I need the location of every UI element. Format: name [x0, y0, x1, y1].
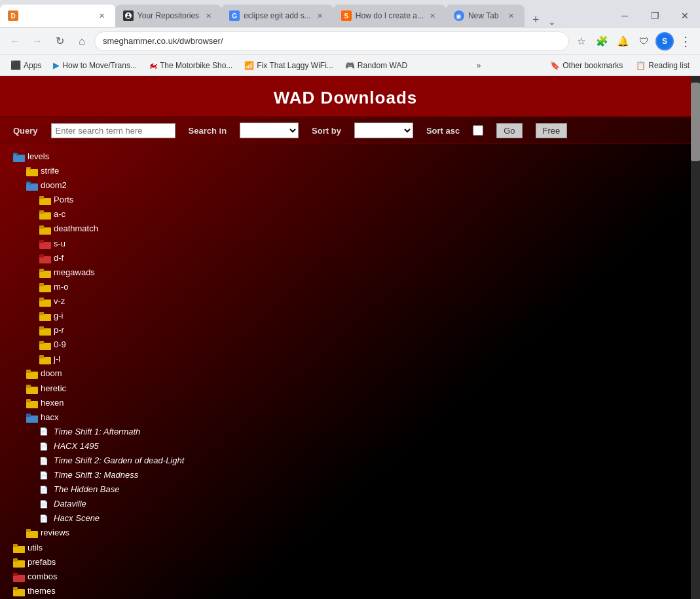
tree-item-deathmatch[interactable]: deathmatch [13, 222, 678, 236]
tab-howdo[interactable]: S How do I create a... ✕ [333, 5, 446, 27]
bookmark-star-icon[interactable]: ☆ [572, 32, 590, 50]
tree-item-hacx-file3[interactable]: 📄 Time Shift 2: Garden of dead-Light [13, 454, 678, 468]
tree-item-prefabs[interactable]: prefabs [13, 555, 678, 570]
tree-item-ports[interactable]: Ports [13, 193, 678, 207]
search-in-select[interactable] [240, 123, 299, 138]
tree-item-hacx-file5[interactable]: 📄 The Hidden Base [13, 482, 678, 497]
close-button[interactable]: ✕ [670, 5, 700, 27]
minimize-button[interactable]: ─ [610, 5, 640, 27]
tab-close-dw[interactable]: ✕ [97, 10, 107, 21]
tab-close-eclipse[interactable]: ✕ [315, 10, 325, 21]
randomwad-favicon: 🎮 [345, 61, 355, 70]
file-icon-7: 📄 [39, 512, 51, 525]
tab-eclipse[interactable]: G eclipse egit add s... ✕ [221, 5, 333, 27]
tree-item-pr[interactable]: p-r [13, 323, 678, 338]
bookmark-randomwad[interactable]: 🎮 Random WAD [340, 59, 413, 72]
file-label-1: Time Shift 1: Aftermath [54, 425, 140, 439]
restore-button[interactable]: ❐ [640, 5, 670, 27]
tab-overflow-button[interactable]: ⌄ [544, 16, 560, 27]
tree-item-reviews[interactable]: reviews [13, 526, 678, 540]
bookmark-fixthat[interactable]: 📶 Fix That Laggy WiFi... [239, 59, 338, 72]
sort-by-select[interactable] [354, 123, 413, 138]
tree-label-vz: v-z [54, 294, 65, 309]
other-bookmarks[interactable]: 🔖 Other bookmarks [545, 59, 628, 72]
tab-close-newtab[interactable]: ✕ [506, 10, 517, 21]
bookmark-apps[interactable]: ⬛ Apps [5, 58, 46, 72]
svg-rect-17 [39, 240, 44, 243]
reload-button[interactable]: ↻ [50, 31, 69, 51]
tree-label-combos: combos [28, 570, 58, 584]
bookmark-howto[interactable]: ▶ How to Move/Trans... [48, 58, 142, 72]
tab-close-repos[interactable]: ✕ [203, 10, 213, 21]
new-tab-button[interactable]: + [527, 13, 545, 27]
svg-rect-15 [39, 225, 44, 229]
tree-item-df[interactable]: d-f [13, 251, 678, 265]
chrome-menu-button[interactable]: ⋮ [676, 32, 695, 50]
tree-item-gi[interactable]: g-i [13, 309, 678, 323]
tab-repos[interactable]: Your Repositories ✕ [115, 5, 221, 27]
notifications-icon[interactable]: 🔔 [614, 32, 632, 50]
tab-close-howdo[interactable]: ✕ [428, 10, 438, 21]
tree-item-ac[interactable]: a-c [13, 207, 678, 222]
tree-item-mo[interactable]: m-o [13, 280, 678, 294]
adblock-icon[interactable]: 🛡 [635, 32, 653, 50]
home-button[interactable]: ⌂ [72, 31, 92, 51]
file-label-7: Hacx Scene [54, 511, 100, 526]
tree-item-utils[interactable]: utils [13, 541, 678, 555]
tree-label-ports: Ports [54, 193, 73, 207]
sort-asc-checkbox[interactable] [473, 125, 483, 136]
bookmark-motorbike-label: The Motorbike Sho... [160, 61, 232, 70]
bookmarks-more-button[interactable]: » [473, 59, 485, 72]
folder-icon-heretic [26, 384, 38, 393]
tree-item-hacx-file2[interactable]: 📄 HACX 1495 [13, 439, 678, 454]
folder-icon-deathmatch [39, 225, 51, 234]
tree-item-doom[interactable]: doom [13, 366, 678, 381]
tree-item-hacx-file6[interactable]: 📄 Dataville [13, 497, 678, 511]
reading-list[interactable]: 📋 Reading list [631, 59, 695, 72]
tree-label-megawads: megawads [54, 265, 95, 280]
tree-item-vz[interactable]: v-z [13, 294, 678, 309]
folder-icon-hacx [26, 413, 38, 422]
bookmark-fixthat-label: Fix That Laggy WiFi... [257, 61, 333, 70]
tree-item-levels[interactable]: levels [13, 149, 678, 164]
url-input[interactable] [94, 31, 569, 51]
svg-rect-9 [27, 183, 29, 185]
forward-button[interactable]: → [28, 31, 47, 51]
tree-item-hacx-file4[interactable]: 📄 Time Shift 3: Madness [13, 468, 678, 482]
free-button[interactable]: Free [536, 123, 568, 138]
browser-window: D DW REST API bro... ✕ Your Repositories… [0, 0, 700, 599]
tree-item-09[interactable]: 0-9 [13, 338, 678, 352]
tree-item-strife[interactable]: strife [13, 164, 678, 178]
tree-item-jl[interactable]: j-l [13, 352, 678, 366]
search-input[interactable] [51, 123, 175, 138]
tree-label-doom: doom [41, 366, 62, 381]
tree-item-megawads[interactable]: megawads [13, 265, 678, 280]
tree-label-reviews: reviews [41, 526, 69, 540]
tree-item-hacx[interactable]: hacx [13, 410, 678, 425]
tree-item-hacx-file7[interactable]: 📄 Hacx Scene [13, 511, 678, 526]
tree-item-combos[interactable]: combos [13, 570, 678, 584]
svg-rect-3 [14, 154, 16, 156]
file-label-4: Time Shift 3: Madness [54, 468, 138, 482]
folder-icon-mo [39, 282, 51, 292]
tree-item-su[interactable]: s-u [13, 237, 678, 251]
scrollbar-thumb[interactable] [691, 83, 700, 161]
tree-item-hacx-file1[interactable]: 📄 Time Shift 1: Aftermath [13, 425, 678, 439]
tree-item-doom2[interactable]: doom2 [13, 178, 678, 193]
go-button[interactable]: Go [496, 123, 522, 138]
tree-item-heretic[interactable]: heretic [13, 381, 678, 396]
back-button[interactable]: ← [5, 31, 25, 51]
search-in-label: Search in [189, 126, 227, 136]
bookmark-motorbike[interactable]: 🏍 The Motorbike Sho... [143, 58, 238, 72]
window-controls: ─ ❐ ✕ [610, 5, 700, 27]
tab-dw-rest[interactable]: D DW REST API bro... ✕ [0, 5, 115, 27]
address-bar: ← → ↻ ⌂ ☆ 🧩 🔔 🛡 S ⋮ [0, 28, 700, 55]
tree-item-hexen[interactable]: hexen [13, 396, 678, 410]
scrollbar[interactable] [691, 76, 700, 599]
tab-newtab[interactable]: ◉ New Tab ✕ [446, 5, 525, 27]
page-content: WAD Downloads Query Search in Sort by So… [0, 76, 691, 599]
profile-avatar[interactable]: S [655, 32, 674, 50]
tab-label-howdo: How do I create a... [356, 11, 424, 20]
tree-item-themes[interactable]: themes [13, 584, 678, 598]
extension-icon[interactable]: 🧩 [593, 32, 611, 50]
